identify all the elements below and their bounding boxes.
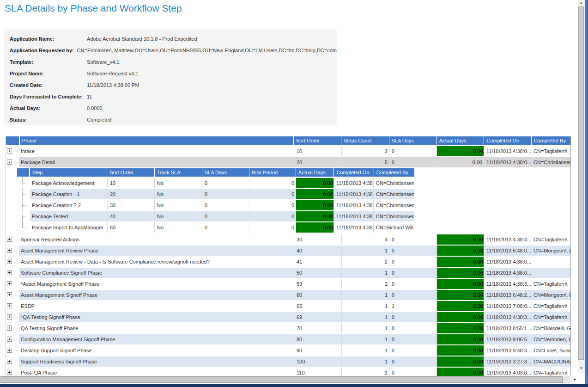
phase-cell-sla-days: 0 (389, 268, 437, 278)
info-field-row: Project Name:Software Request v4.1 (5, 68, 337, 80)
step-cell-completed-on: 11/18/2013 4:38:0... (334, 189, 374, 199)
phase-cell-sla-days: 0 (389, 157, 437, 167)
step-cell-actual-days: 0.00 (296, 178, 334, 188)
info-field-label: Status: (10, 114, 87, 126)
horizontal-scrollbar-thumb[interactable] (0, 376, 563, 383)
horizontal-scrollbar[interactable] (0, 376, 571, 383)
phase-expander-cell: + (6, 312, 19, 322)
info-field-row: Created Date:11/18/2013 4:38:00 PM (5, 80, 337, 91)
phase-row: +ESDP65110.0011/18/2013 7:08:0...CN=Tagl… (6, 301, 570, 311)
phase-cell-completed-by: CN=Verrinder\, Da... (531, 334, 570, 344)
phase-cell-completed-by: CN=Christiansen\, ... (531, 157, 570, 167)
step-cell-completed-on: 11/18/2013 4:38:0... (334, 200, 374, 210)
page-vertical-scrollbar[interactable]: ▲ ▼ (578, 0, 585, 373)
phase-name-cell: Package Detail (19, 157, 294, 167)
phase-row: +Asset Management Signoff Phase60100.001… (6, 290, 570, 300)
phase-cell-completed-by: CN=Tagliaferri\, Ta... (531, 279, 570, 289)
step-cell-track-sla: No (155, 200, 202, 210)
application-info-panel: Application Name:Adobe Acrobat Standard … (5, 30, 337, 125)
phase-cell-actual-days: 0.00 (437, 290, 484, 300)
expand-icon[interactable]: + (7, 270, 12, 275)
info-field-value: Software Request v4.1 (87, 68, 138, 80)
step-row: Package Creation ? 230No000.0011/18/2013… (17, 200, 414, 210)
expand-icon[interactable]: + (7, 259, 12, 264)
expand-icon[interactable]: + (7, 148, 12, 154)
expand-icon[interactable]: + (7, 337, 12, 342)
phase-cell-completed-by: CN=Lane\, Susie,O... (531, 345, 570, 356)
phase-expander-cell: + (6, 323, 19, 333)
phase-expander-cell: + (6, 290, 19, 300)
step-cell-completed-by: CN=Christiansen\, ... (374, 200, 414, 210)
phase-cell-completed-on: 11/18/2013 4:38:0... (484, 257, 531, 267)
phase-cell-sort-order: 69 (294, 312, 342, 322)
step-row: Package Creation - 120No000.0011/18/2013… (17, 189, 414, 199)
column-header: Risk Period (249, 168, 296, 177)
phase-cell-steps-count: 1 (342, 334, 389, 344)
phase-cell-sort-order: 30 (294, 234, 342, 245)
phase-cell-steps-count: 1 (342, 290, 389, 300)
expand-icon[interactable]: + (7, 314, 12, 319)
phase-cell-completed-by: CN=Mongeon\, Le... (531, 290, 570, 300)
expand-icon[interactable]: + (7, 292, 12, 297)
step-cell-risk-period: 0 (249, 211, 296, 221)
expand-icon[interactable]: + (7, 303, 12, 308)
expand-icon[interactable]: + (7, 281, 12, 286)
info-field-row: Actual Days:0.0000 (5, 103, 337, 114)
scroll-right-arrow-icon[interactable]: ► (572, 376, 578, 383)
step-table: StepSort OrderTrack SLASLA DaysRisk Peri… (17, 168, 414, 233)
expand-icon[interactable]: + (7, 326, 12, 331)
phase-cell-steps-count: 5 (342, 157, 389, 167)
phase-cell-actual-days: 0.00 (437, 323, 484, 333)
tree-dotted-line (13, 362, 18, 362)
column-header: Steps Count (341, 136, 388, 145)
info-field-row: Application Name:Adobe Acrobat Standard … (5, 33, 337, 45)
info-field-row: Status:Completed (5, 114, 337, 126)
phase-row: +Support Readiness Signoff Phase100100.0… (6, 356, 570, 367)
column-header: Phase (20, 136, 293, 145)
phase-cell-sort-order: 70 (294, 323, 342, 333)
phase-cell-actual-days: 0.00 (437, 257, 484, 267)
phase-cell-steps-count: 1 (342, 312, 389, 322)
info-field-label: Created Date: (10, 80, 87, 91)
info-field-value: 0.0000 (87, 103, 103, 114)
tree-horizontal-line (22, 227, 28, 228)
tree-dotted-line (13, 284, 18, 284)
column-header: Completed On (484, 136, 531, 145)
phase-cell-actual-days: 0.00 (437, 146, 484, 156)
step-row: Package Acknowledgement10No000.0011/18/2… (17, 178, 414, 188)
expander-column-header (6, 136, 19, 145)
phase-expander-cell: + (6, 345, 19, 356)
column-header: Completed By (374, 168, 414, 177)
phase-name-cell: Desktop Support Signoff Phase (19, 345, 294, 356)
phase-cell-completed-on: 11/18/2013 9:48:3... (484, 345, 531, 356)
table-header-row: PhaseSort OrderSteps CountSLA DaysActual… (6, 136, 570, 145)
scroll-down-arrow-icon[interactable]: ▼ (578, 365, 585, 371)
expand-icon[interactable]: + (7, 359, 12, 364)
step-cell-sla-days: 0 (202, 222, 249, 233)
collapse-icon[interactable]: - (7, 160, 12, 165)
tree-dotted-line (13, 328, 18, 329)
step-tree-cell (17, 200, 30, 210)
expand-icon[interactable]: + (7, 370, 12, 375)
phase-name-cell: QA Testing Signoff Phase (19, 323, 294, 333)
step-cell-risk-period: 0 (249, 178, 296, 188)
expand-icon[interactable]: + (7, 348, 12, 353)
scroll-up-arrow-icon[interactable]: ▲ (578, 0, 585, 6)
expand-icon[interactable]: + (7, 248, 12, 253)
phase-cell-sort-order: 41 (294, 257, 342, 267)
phase-row: -Package Detail20500.0011/18/2013 4:38:0… (6, 157, 570, 167)
phase-cell-sla-days: 0 (389, 312, 437, 322)
step-cell-completed-on: 11/18/2013 4:38:0... (334, 222, 374, 233)
column-header: Completed By (532, 136, 570, 145)
phase-expander-cell: + (6, 279, 19, 289)
phase-cell-steps-count: 1 (342, 356, 389, 367)
expand-icon[interactable]: + (7, 237, 12, 242)
phase-cell-sla-days: 0 (389, 356, 437, 367)
step-cell-track-sla: No (155, 189, 202, 199)
phase-cell-completed-by (531, 257, 570, 267)
phase-name-cell: Support Readiness Signoff Phase (19, 356, 294, 367)
step-cell-completed-by: CN=Christiansen\, ... (374, 211, 414, 221)
phase-cell-actual-days: 0.00 (437, 268, 484, 278)
info-field-value: Adobe Acrobat Standard 10.1.8 - Prod Exp… (87, 33, 197, 45)
vertical-scrollbar-thumb[interactable] (578, 6, 584, 360)
